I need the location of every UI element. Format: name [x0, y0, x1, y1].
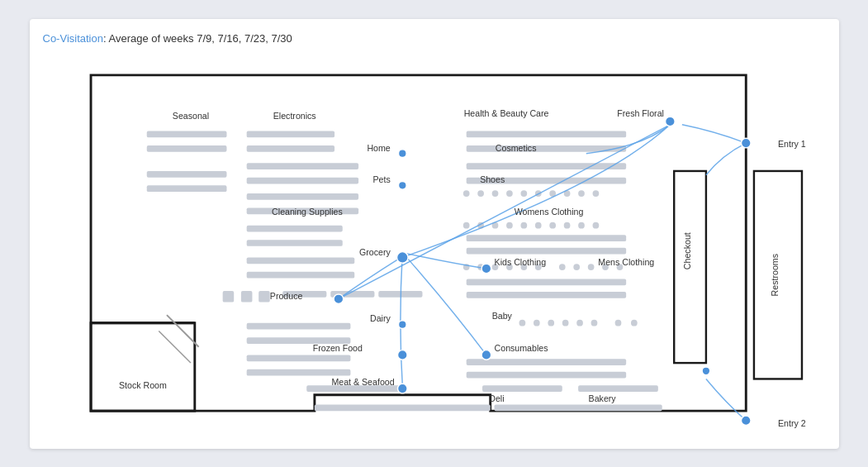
label-home: Home — [367, 142, 390, 152]
label-seasonal: Seasonal — [172, 111, 208, 121]
svg-point-49 — [520, 222, 527, 228]
chart-header: Co-Visitation: Average of weeks 7/9, 7/1… — [43, 32, 826, 45]
svg-rect-12 — [246, 163, 358, 169]
svg-point-35 — [462, 190, 469, 197]
label-produce: Produce — [269, 290, 302, 300]
node-dairy[interactable] — [398, 320, 406, 328]
svg-rect-82 — [314, 404, 490, 411]
svg-rect-14 — [246, 193, 358, 200]
node-entry2[interactable] — [741, 415, 751, 425]
svg-rect-29 — [246, 369, 350, 375]
label-restrooms: Restrooms — [769, 254, 779, 296]
label-entry1: Entry 1 — [777, 138, 805, 148]
label-meat-seafood: Meat & Seafood — [331, 377, 394, 387]
svg-rect-9 — [146, 185, 226, 192]
node-meat-seafood[interactable] — [397, 384, 407, 393]
svg-point-64 — [573, 264, 580, 270]
svg-rect-10 — [246, 131, 334, 137]
svg-point-38 — [506, 190, 513, 197]
svg-rect-0 — [91, 322, 195, 410]
svg-rect-31 — [466, 131, 625, 137]
svg-rect-18 — [246, 257, 354, 264]
svg-point-76 — [614, 319, 621, 326]
co-visitation-link[interactable]: Co-Visitation — [43, 32, 103, 45]
svg-rect-20 — [222, 291, 234, 303]
label-grocery: Grocery — [358, 246, 390, 256]
svg-point-74 — [576, 319, 583, 326]
node-kids-clothing[interactable] — [481, 264, 491, 274]
label-cosmetics: Cosmetics — [495, 142, 536, 152]
svg-rect-6 — [146, 131, 226, 137]
svg-point-43 — [578, 190, 585, 197]
node-fresh-floral[interactable] — [665, 117, 675, 126]
label-frozen-food: Frozen Food — [312, 342, 362, 352]
svg-rect-11 — [246, 145, 334, 151]
svg-rect-55 — [466, 235, 625, 241]
svg-point-48 — [506, 222, 513, 228]
svg-rect-16 — [246, 225, 342, 231]
svg-line-5 — [159, 331, 191, 363]
svg-rect-78 — [466, 359, 625, 365]
label-electronics: Electronics — [273, 111, 315, 121]
floor-plan-svg: Seasonal Electronics Health & Beauty Car… — [43, 53, 826, 433]
svg-rect-26 — [246, 322, 350, 329]
svg-rect-21 — [240, 291, 252, 303]
svg-point-71 — [533, 319, 539, 326]
label-fresh-floral: Fresh Floral — [617, 108, 664, 118]
svg-point-77 — [630, 319, 637, 326]
node-frozen-food[interactable] — [397, 350, 407, 360]
svg-point-75 — [591, 319, 597, 326]
label-deli: Deli — [489, 393, 504, 403]
label-baby: Baby — [491, 310, 512, 320]
node-grocery[interactable] — [396, 251, 408, 263]
label-cleaning-supplies: Cleaning Supplies — [272, 207, 343, 217]
node-consumables[interactable] — [481, 350, 491, 360]
svg-point-63 — [558, 264, 565, 270]
svg-point-65 — [587, 264, 594, 270]
svg-point-45 — [462, 222, 469, 228]
node-checkout-lower[interactable] — [702, 366, 710, 374]
svg-point-51 — [549, 222, 556, 228]
svg-point-70 — [519, 319, 525, 326]
header-subtitle: : Average of weeks 7/9, 7/16, 7/23, 7/30 — [103, 32, 292, 45]
label-bakery: Bakery — [588, 393, 616, 403]
svg-point-52 — [563, 222, 570, 228]
svg-point-50 — [534, 222, 541, 228]
node-home[interactable] — [398, 149, 406, 157]
svg-rect-56 — [466, 247, 625, 254]
label-entry2: Entry 2 — [777, 418, 805, 428]
label-kids-clothing: Kids Clothing — [494, 257, 546, 267]
node-entry1[interactable] — [741, 138, 751, 148]
svg-rect-7 — [146, 145, 226, 151]
svg-rect-69 — [466, 292, 625, 298]
svg-point-72 — [548, 319, 554, 326]
svg-rect-68 — [466, 279, 625, 285]
svg-rect-81 — [578, 385, 658, 392]
svg-point-73 — [562, 319, 568, 326]
svg-point-54 — [592, 222, 599, 228]
label-shoes: Shoes — [480, 174, 505, 184]
node-produce[interactable] — [334, 293, 344, 303]
label-health-beauty: Health & Beauty Care — [463, 108, 548, 118]
floor-plan: Seasonal Electronics Health & Beauty Car… — [43, 53, 826, 433]
node-pets[interactable] — [398, 181, 406, 189]
svg-rect-79 — [466, 371, 625, 378]
label-stock-room: Stock Room — [118, 380, 166, 390]
label-mens-clothing: Mens Clothing — [598, 257, 654, 267]
svg-rect-33 — [466, 163, 625, 169]
svg-rect-17 — [246, 240, 342, 246]
label-dairy: Dairy — [369, 312, 390, 322]
svg-point-39 — [520, 190, 527, 197]
svg-rect-80 — [482, 385, 562, 392]
svg-point-36 — [477, 190, 484, 197]
svg-rect-8 — [146, 170, 226, 177]
svg-point-44 — [592, 190, 599, 197]
main-card: Co-Visitation: Average of weeks 7/9, 7/1… — [30, 19, 839, 449]
label-checkout: Checkout — [681, 232, 691, 269]
label-womens-clothing: Womens Clothing — [514, 207, 583, 217]
svg-rect-13 — [246, 177, 358, 183]
svg-rect-28 — [246, 355, 350, 361]
svg-rect-22 — [259, 291, 270, 303]
label-consumables: Consumables — [494, 342, 548, 352]
svg-rect-19 — [246, 271, 354, 278]
